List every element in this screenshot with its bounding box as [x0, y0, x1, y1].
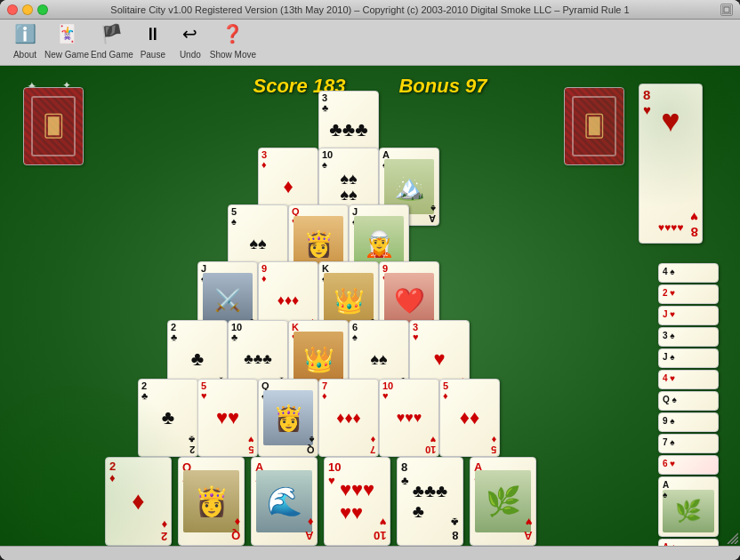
card-rank-br: 7♦ [370, 435, 375, 454]
pyramid-card-r6-0[interactable]: 2♣ ♣ 2♣ [138, 379, 198, 457]
pyramid-card-r7-0[interactable]: 2♦ ♦ 2♦ [105, 457, 172, 546]
side-card-label: J ♠ [663, 352, 675, 362]
side-card-7s[interactable]: 7 ♠ [658, 434, 719, 453]
card-rank-br: Q♦ [231, 516, 240, 542]
end-game-label: End Game [91, 50, 133, 60]
card-rank-br: 8♣ [451, 516, 459, 542]
show-move-icon: ❓ [219, 20, 247, 48]
card-rank-br: 10♥ [374, 516, 386, 542]
side-card-label: 7 ♠ [663, 437, 675, 447]
card-rank-br: 10♥ [425, 435, 436, 454]
left-deck-card-back: 🂠 [23, 87, 84, 165]
side-card-4h[interactable]: 4 ♥ [658, 370, 719, 389]
card-center: ♥♥♥ [397, 411, 422, 425]
card-rank-br: Q♠ [307, 435, 315, 454]
minimize-button[interactable] [22, 4, 33, 15]
card-center: ♣ [162, 408, 174, 428]
svg-line-4 [735, 540, 738, 544]
toolbar-pause[interactable]: ⏸ Pause [135, 20, 171, 60]
pyramid-card-r6-4[interactable]: 10♥ ♥♥♥ 10♥ [379, 379, 439, 457]
toolbar-show-move[interactable]: ❓ Show Move [210, 20, 256, 60]
toolbar: ℹ️ About 🃏 New Game 🏴 End Game ⏸ Pause ↩… [0, 20, 740, 66]
side-card-9s[interactable]: 9 ♠ [658, 412, 719, 432]
side-card-2h[interactable]: 2 ♥ [658, 284, 719, 304]
card-rank-tl: 5♠ [231, 207, 237, 227]
about-label: About [13, 50, 36, 60]
pyramid-card-r6-3[interactable]: 7♦ ♦♦♦ 7♦ [318, 379, 379, 457]
card-picture-art: 🌊 [256, 470, 312, 532]
pause-icon: ⏸ [139, 20, 167, 48]
card-rank-br: A♦ [305, 516, 313, 542]
card-rank-tl: 10♣ [231, 323, 242, 342]
card-rank-tl: 10♥ [382, 381, 393, 401]
card-center: ♠♠ [249, 236, 266, 252]
side-card-label: 6 ♥ [663, 459, 675, 468]
toolbar-about[interactable]: ℹ️ About [7, 20, 43, 60]
card-center: ♣ [191, 349, 204, 369]
toolbar-undo[interactable]: ↩ Undo [173, 20, 208, 60]
card-center: ♦♦♦ [336, 410, 361, 426]
card-rank-br: A♠ [429, 204, 436, 223]
pyramid-card-r6-1[interactable]: 5♥ ♥♥ 5♥ [197, 379, 258, 457]
new-game-icon: 🃏 [52, 20, 81, 48]
side-card-label: 4 ♥ [663, 373, 675, 383]
side-card-6h[interactable]: 6 ♥ [658, 455, 719, 475]
card-rank-tl: 3♣ [322, 93, 328, 113]
side-card-jh[interactable]: J ♥ [658, 306, 719, 325]
pyramid-card-r7-3[interactable]: 10♥ ♥♥♥♥♥ 10♥ [324, 457, 390, 546]
side-card-ad[interactable]: A ♦ [658, 539, 719, 546]
maximize-button[interactable] [37, 4, 48, 15]
traffic-lights [7, 4, 48, 15]
card-center: ♥ [433, 349, 445, 369]
window: Solitaire City v1.00 Registered Version … [0, 0, 740, 560]
pyramid-card-r7-4[interactable]: 8♣ ♣♣♣♣ 8♣ [397, 457, 463, 546]
side-column: 4 ♠ 2 ♥ J ♥ 3 ♠ J ♠ 4 ♥ Q ♠ 9 ♠ [658, 263, 722, 546]
card-center: ♦ [132, 487, 144, 516]
card-center: ♦ [283, 177, 293, 196]
waste-pile-card[interactable]: 8♥ ♥ 8♥ ♥♥♥♥ [639, 84, 703, 244]
new-game-label: New Game [44, 50, 89, 60]
card-rank-br: A♥ [524, 516, 532, 542]
card-picture-art: 👸 [263, 390, 313, 445]
left-deck[interactable]: 🂠 [20, 84, 84, 165]
pyramid-card-r7-2[interactable]: A♦ 🌊 A♦ [251, 457, 318, 546]
side-card-label: Q ♠ [663, 395, 677, 404]
toolbar-end-game[interactable]: 🏴 End Game [91, 20, 133, 60]
pyramid-card-r6-2[interactable]: Q♠ 👸 Q♠ [258, 379, 318, 457]
pyramid-card-r6-5[interactable]: 5♦ ♦♦ 5♦ [439, 379, 500, 457]
pyramid-card-r7-1[interactable]: Q♦ 👸 Q♦ [178, 457, 245, 546]
side-card-as[interactable]: A♠ 🌿 [658, 476, 719, 537]
right-deck[interactable]: 🂠 [560, 84, 624, 165]
card-rank-tl: 8♣ [401, 460, 409, 487]
card-rank-tl: 5♦ [443, 381, 448, 401]
card-rank-tl: 3♦ [261, 150, 267, 170]
undo-label: Undo [180, 50, 201, 60]
card-rank-tl: 8♥ [643, 87, 651, 117]
side-card-qs[interactable]: Q ♠ [658, 391, 719, 411]
card-rank-br: 8♥ [690, 210, 698, 240]
side-card-3s[interactable]: 3 ♠ [658, 327, 719, 347]
side-card-label: J ♥ [663, 309, 675, 319]
card-center: ♣♣♣ [244, 352, 272, 366]
side-card-label: 9 ♠ [663, 416, 675, 426]
close-button[interactable] [7, 4, 18, 15]
card-picture-art: 🌿 [663, 490, 714, 532]
card-rank-tl: 2♣ [171, 323, 177, 342]
about-icon: ℹ️ [11, 20, 39, 48]
pyramid-card-r7-5[interactable]: A♥ 🌿 A♥ [470, 457, 536, 546]
undo-icon: ↩ [176, 20, 205, 48]
card-center: ♦♦♦ [278, 293, 300, 308]
card-rank-tl: 5♥ [201, 381, 207, 401]
card-center: ♠♠ [370, 351, 387, 367]
titlebar: Solitaire City v1.00 Registered Version … [0, 0, 740, 20]
window-title: Solitaire City v1.00 Registered Version … [110, 4, 629, 15]
resize-handle[interactable] [726, 532, 740, 546]
svg-rect-1 [724, 7, 729, 12]
side-card-label: 4 ♠ [663, 267, 675, 276]
toolbar-new-game[interactable]: 🃏 New Game [44, 20, 89, 60]
side-card-js[interactable]: J ♠ [658, 348, 719, 368]
side-card-4s[interactable]: 4 ♠ [658, 263, 719, 283]
card-rank-tl: 2♣ [141, 381, 148, 401]
side-card-label: A ♦ [663, 542, 676, 546]
window-resize-button[interactable] [720, 4, 733, 16]
